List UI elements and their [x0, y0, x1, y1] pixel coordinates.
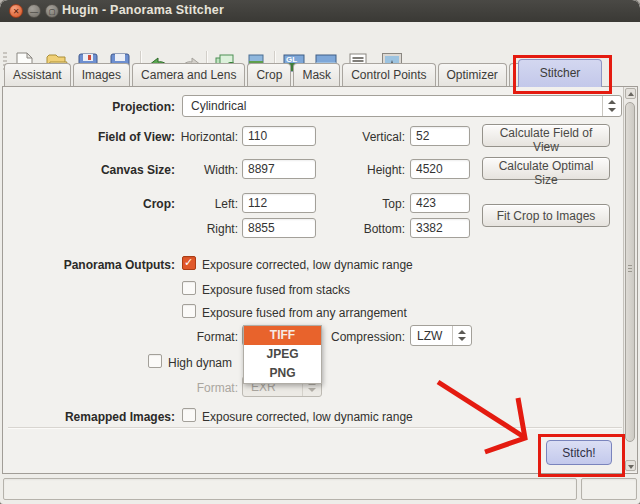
- window-title: Hugin - Panorama Stitcher: [62, 3, 224, 17]
- crop-label: Crop:: [0, 197, 175, 211]
- compression-value: LZW: [417, 329, 442, 343]
- tab-optimizer[interactable]: Optimizer: [438, 63, 507, 86]
- status-bar-right: [581, 478, 637, 500]
- status-bar-left: [3, 478, 577, 500]
- fit-crop-to-images-button[interactable]: Fit Crop to Images: [482, 204, 610, 227]
- tab-bar: Assistant Images Camera and Lens Crop Ma…: [4, 63, 578, 86]
- projection-label: Projection:: [0, 100, 175, 114]
- stitch-button[interactable]: Stitch!: [546, 440, 612, 465]
- width-label: Width:: [150, 163, 238, 177]
- toolbar: GL: [0, 22, 640, 58]
- title-bar[interactable]: ✕ — ▢ Hugin - Panorama Stitcher: [0, 0, 640, 22]
- maximize-icon[interactable]: ▢: [45, 4, 59, 18]
- minimize-icon[interactable]: —: [27, 4, 41, 18]
- format-dropdown-option[interactable]: PNG: [244, 364, 321, 383]
- high-dynamic-range-checkbox[interactable]: [148, 354, 162, 368]
- hdr-format-label: Format:: [150, 381, 238, 395]
- panorama-outputs-label: Panorama Outputs:: [0, 258, 175, 272]
- close-icon[interactable]: ✕: [9, 4, 23, 18]
- crop-right-field[interactable]: [242, 218, 316, 238]
- exposure-fused-stacks-checkbox[interactable]: [182, 281, 196, 295]
- scroll-up-icon[interactable]: [625, 88, 636, 99]
- calculate-optimal-size-button[interactable]: Calculate Optimal Size: [482, 157, 610, 180]
- crop-top-field[interactable]: [410, 193, 470, 213]
- exposure-corrected-label: Exposure corrected, low dynamic range: [202, 258, 413, 272]
- field-of-view-label: Field of View:: [0, 130, 175, 144]
- canvas-width-field[interactable]: [242, 159, 316, 179]
- exposure-fused-any-label: Exposure fused from any arrangement: [202, 306, 407, 320]
- crop-bottom-label: Bottom:: [317, 222, 405, 236]
- scrollbar-thumb[interactable]: [625, 102, 635, 442]
- compression-label: Compression:: [317, 330, 405, 344]
- tab-stitcher[interactable]: Stitcher: [518, 59, 602, 87]
- exposure-corrected-checkbox[interactable]: [182, 256, 196, 270]
- horizontal-label: Horizontal:: [150, 130, 238, 144]
- remapped-exposure-corrected-label: Exposure corrected, low dynamic range: [202, 410, 413, 424]
- format-label: Format:: [150, 330, 238, 344]
- exposure-fused-stacks-label: Exposure fused from stacks: [202, 283, 350, 297]
- vertical-scrollbar[interactable]: [623, 87, 637, 472]
- remapped-exposure-corrected-checkbox[interactable]: [182, 408, 196, 422]
- high-dynamic-range-label: High dynam: [168, 356, 232, 370]
- scroll-down-icon[interactable]: [625, 460, 636, 471]
- tab-crop[interactable]: Crop: [247, 63, 291, 86]
- format-dropdown-option[interactable]: JPEG: [244, 345, 321, 364]
- height-label: Height:: [317, 163, 405, 177]
- vertical-fov-field[interactable]: [410, 126, 470, 146]
- tab-assistant[interactable]: Assistant: [4, 63, 71, 86]
- crop-top-label: Top:: [317, 197, 405, 211]
- tab-camera-and-lens[interactable]: Camera and Lens: [132, 63, 245, 86]
- tab-images[interactable]: Images: [73, 63, 130, 86]
- tab-control-points[interactable]: Control Points: [342, 63, 435, 86]
- crop-right-label: Right:: [150, 222, 238, 236]
- format-dropdown-popup: TIFF JPEG PNG: [243, 325, 322, 384]
- spinner-icon[interactable]: [602, 96, 621, 116]
- format-dropdown-option[interactable]: TIFF: [244, 326, 321, 345]
- crop-left-label: Left:: [150, 197, 238, 211]
- canvas-size-label: Canvas Size:: [0, 163, 175, 177]
- vertical-label: Vertical:: [317, 130, 405, 144]
- remapped-images-label: Remapped Images:: [0, 410, 175, 424]
- canvas-height-field[interactable]: [410, 159, 470, 179]
- tab-mask[interactable]: Mask: [293, 63, 340, 86]
- projection-value: Cylindrical: [191, 99, 246, 113]
- exposure-fused-any-checkbox[interactable]: [182, 304, 196, 318]
- calculate-field-of-view-button[interactable]: Calculate Field of View: [482, 124, 610, 147]
- spinner-icon[interactable]: [452, 326, 471, 345]
- crop-bottom-field[interactable]: [410, 218, 470, 238]
- crop-left-field[interactable]: [242, 193, 316, 213]
- compression-select[interactable]: LZW: [410, 325, 472, 346]
- separator: [8, 427, 622, 428]
- hugin-window: ✕ — ▢ Hugin - Panorama Stitcher: [0, 0, 640, 504]
- projection-select[interactable]: Cylindrical: [182, 95, 622, 117]
- horizontal-fov-field[interactable]: [242, 126, 316, 146]
